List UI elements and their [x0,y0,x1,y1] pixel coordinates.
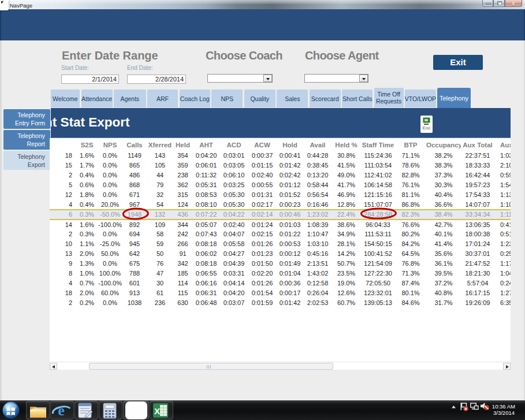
svg-text:X: X [154,406,160,416]
svg-text:e: e [58,402,65,419]
svg-text:3/3/2014: 3/3/2014 [493,410,515,416]
svg-text:10:36 AM: 10:36 AM [492,403,515,410]
